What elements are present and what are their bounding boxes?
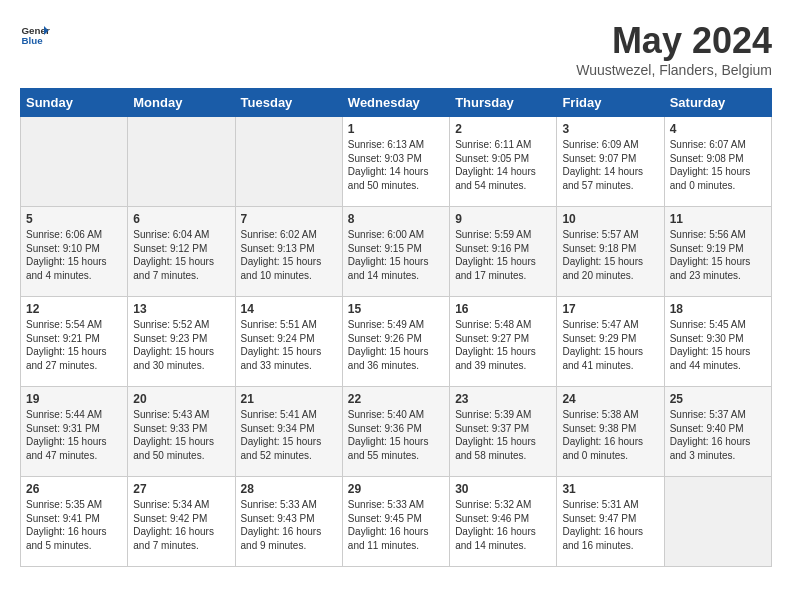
day-number: 14 xyxy=(241,302,337,316)
cell-info: Sunrise: 5:40 AMSunset: 9:36 PMDaylight:… xyxy=(348,409,429,461)
calendar-cell: 3Sunrise: 6:09 AMSunset: 9:07 PMDaylight… xyxy=(557,117,664,207)
day-number: 15 xyxy=(348,302,444,316)
cell-info: Sunrise: 6:09 AMSunset: 9:07 PMDaylight:… xyxy=(562,139,643,191)
day-number: 27 xyxy=(133,482,229,496)
header-sunday: Sunday xyxy=(21,89,128,117)
day-number: 7 xyxy=(241,212,337,226)
cell-info: Sunrise: 5:47 AMSunset: 9:29 PMDaylight:… xyxy=(562,319,643,371)
header-thursday: Thursday xyxy=(450,89,557,117)
day-number: 24 xyxy=(562,392,658,406)
cell-info: Sunrise: 5:48 AMSunset: 9:27 PMDaylight:… xyxy=(455,319,536,371)
cell-info: Sunrise: 5:54 AMSunset: 9:21 PMDaylight:… xyxy=(26,319,107,371)
cell-info: Sunrise: 6:13 AMSunset: 9:03 PMDaylight:… xyxy=(348,139,429,191)
day-number: 9 xyxy=(455,212,551,226)
calendar-cell: 12Sunrise: 5:54 AMSunset: 9:21 PMDayligh… xyxy=(21,297,128,387)
cell-info: Sunrise: 5:39 AMSunset: 9:37 PMDaylight:… xyxy=(455,409,536,461)
calendar-cell: 22Sunrise: 5:40 AMSunset: 9:36 PMDayligh… xyxy=(342,387,449,477)
day-number: 26 xyxy=(26,482,122,496)
svg-text:Blue: Blue xyxy=(22,35,44,46)
calendar-cell: 31Sunrise: 5:31 AMSunset: 9:47 PMDayligh… xyxy=(557,477,664,567)
logo: General Blue General Blue xyxy=(20,20,50,50)
cell-info: Sunrise: 5:43 AMSunset: 9:33 PMDaylight:… xyxy=(133,409,214,461)
calendar-cell: 15Sunrise: 5:49 AMSunset: 9:26 PMDayligh… xyxy=(342,297,449,387)
day-number: 30 xyxy=(455,482,551,496)
calendar-cell: 23Sunrise: 5:39 AMSunset: 9:37 PMDayligh… xyxy=(450,387,557,477)
calendar-cell: 4Sunrise: 6:07 AMSunset: 9:08 PMDaylight… xyxy=(664,117,771,207)
calendar-cell: 24Sunrise: 5:38 AMSunset: 9:38 PMDayligh… xyxy=(557,387,664,477)
cell-info: Sunrise: 5:31 AMSunset: 9:47 PMDaylight:… xyxy=(562,499,643,551)
day-number: 3 xyxy=(562,122,658,136)
cell-info: Sunrise: 5:56 AMSunset: 9:19 PMDaylight:… xyxy=(670,229,751,281)
day-number: 23 xyxy=(455,392,551,406)
calendar-cell: 14Sunrise: 5:51 AMSunset: 9:24 PMDayligh… xyxy=(235,297,342,387)
day-number: 22 xyxy=(348,392,444,406)
calendar-cell: 13Sunrise: 5:52 AMSunset: 9:23 PMDayligh… xyxy=(128,297,235,387)
day-number: 25 xyxy=(670,392,766,406)
day-number: 28 xyxy=(241,482,337,496)
calendar-cell: 19Sunrise: 5:44 AMSunset: 9:31 PMDayligh… xyxy=(21,387,128,477)
cell-info: Sunrise: 5:49 AMSunset: 9:26 PMDaylight:… xyxy=(348,319,429,371)
weekday-header-row: Sunday Monday Tuesday Wednesday Thursday… xyxy=(21,89,772,117)
cell-info: Sunrise: 5:44 AMSunset: 9:31 PMDaylight:… xyxy=(26,409,107,461)
calendar-week-row: 19Sunrise: 5:44 AMSunset: 9:31 PMDayligh… xyxy=(21,387,772,477)
calendar-week-row: 26Sunrise: 5:35 AMSunset: 9:41 PMDayligh… xyxy=(21,477,772,567)
day-number: 12 xyxy=(26,302,122,316)
day-number: 20 xyxy=(133,392,229,406)
month-title: May 2024 xyxy=(576,20,772,62)
calendar-week-row: 1Sunrise: 6:13 AMSunset: 9:03 PMDaylight… xyxy=(21,117,772,207)
calendar-cell: 20Sunrise: 5:43 AMSunset: 9:33 PMDayligh… xyxy=(128,387,235,477)
calendar-cell: 27Sunrise: 5:34 AMSunset: 9:42 PMDayligh… xyxy=(128,477,235,567)
header-wednesday: Wednesday xyxy=(342,89,449,117)
cell-info: Sunrise: 6:07 AMSunset: 9:08 PMDaylight:… xyxy=(670,139,751,191)
calendar-cell xyxy=(128,117,235,207)
cell-info: Sunrise: 6:06 AMSunset: 9:10 PMDaylight:… xyxy=(26,229,107,281)
calendar-cell: 5Sunrise: 6:06 AMSunset: 9:10 PMDaylight… xyxy=(21,207,128,297)
calendar-cell: 2Sunrise: 6:11 AMSunset: 9:05 PMDaylight… xyxy=(450,117,557,207)
calendar-cell: 25Sunrise: 5:37 AMSunset: 9:40 PMDayligh… xyxy=(664,387,771,477)
cell-info: Sunrise: 5:52 AMSunset: 9:23 PMDaylight:… xyxy=(133,319,214,371)
day-number: 19 xyxy=(26,392,122,406)
day-number: 1 xyxy=(348,122,444,136)
logo-icon: General Blue xyxy=(20,20,50,50)
calendar-cell: 18Sunrise: 5:45 AMSunset: 9:30 PMDayligh… xyxy=(664,297,771,387)
cell-info: Sunrise: 6:04 AMSunset: 9:12 PMDaylight:… xyxy=(133,229,214,281)
cell-info: Sunrise: 6:11 AMSunset: 9:05 PMDaylight:… xyxy=(455,139,536,191)
calendar-cell: 26Sunrise: 5:35 AMSunset: 9:41 PMDayligh… xyxy=(21,477,128,567)
cell-info: Sunrise: 5:59 AMSunset: 9:16 PMDaylight:… xyxy=(455,229,536,281)
cell-info: Sunrise: 5:57 AMSunset: 9:18 PMDaylight:… xyxy=(562,229,643,281)
calendar-cell: 21Sunrise: 5:41 AMSunset: 9:34 PMDayligh… xyxy=(235,387,342,477)
calendar-cell: 28Sunrise: 5:33 AMSunset: 9:43 PMDayligh… xyxy=(235,477,342,567)
cell-info: Sunrise: 5:34 AMSunset: 9:42 PMDaylight:… xyxy=(133,499,214,551)
day-number: 17 xyxy=(562,302,658,316)
cell-info: Sunrise: 5:33 AMSunset: 9:45 PMDaylight:… xyxy=(348,499,429,551)
calendar-cell: 6Sunrise: 6:04 AMSunset: 9:12 PMDaylight… xyxy=(128,207,235,297)
day-number: 18 xyxy=(670,302,766,316)
header-tuesday: Tuesday xyxy=(235,89,342,117)
page-header: General Blue General Blue May 2024 Wuust… xyxy=(20,20,772,78)
day-number: 11 xyxy=(670,212,766,226)
calendar-cell xyxy=(664,477,771,567)
calendar-cell: 11Sunrise: 5:56 AMSunset: 9:19 PMDayligh… xyxy=(664,207,771,297)
cell-info: Sunrise: 5:41 AMSunset: 9:34 PMDaylight:… xyxy=(241,409,322,461)
cell-info: Sunrise: 5:35 AMSunset: 9:41 PMDaylight:… xyxy=(26,499,107,551)
cell-info: Sunrise: 5:33 AMSunset: 9:43 PMDaylight:… xyxy=(241,499,322,551)
day-number: 10 xyxy=(562,212,658,226)
calendar-cell: 9Sunrise: 5:59 AMSunset: 9:16 PMDaylight… xyxy=(450,207,557,297)
calendar-cell: 16Sunrise: 5:48 AMSunset: 9:27 PMDayligh… xyxy=(450,297,557,387)
day-number: 4 xyxy=(670,122,766,136)
cell-info: Sunrise: 5:37 AMSunset: 9:40 PMDaylight:… xyxy=(670,409,751,461)
calendar-cell: 7Sunrise: 6:02 AMSunset: 9:13 PMDaylight… xyxy=(235,207,342,297)
day-number: 2 xyxy=(455,122,551,136)
calendar-cell xyxy=(235,117,342,207)
calendar-table: Sunday Monday Tuesday Wednesday Thursday… xyxy=(20,88,772,567)
day-number: 6 xyxy=(133,212,229,226)
day-number: 8 xyxy=(348,212,444,226)
calendar-cell: 29Sunrise: 5:33 AMSunset: 9:45 PMDayligh… xyxy=(342,477,449,567)
header-monday: Monday xyxy=(128,89,235,117)
cell-info: Sunrise: 6:00 AMSunset: 9:15 PMDaylight:… xyxy=(348,229,429,281)
calendar-cell: 10Sunrise: 5:57 AMSunset: 9:18 PMDayligh… xyxy=(557,207,664,297)
day-number: 21 xyxy=(241,392,337,406)
calendar-week-row: 5Sunrise: 6:06 AMSunset: 9:10 PMDaylight… xyxy=(21,207,772,297)
day-number: 29 xyxy=(348,482,444,496)
day-number: 13 xyxy=(133,302,229,316)
